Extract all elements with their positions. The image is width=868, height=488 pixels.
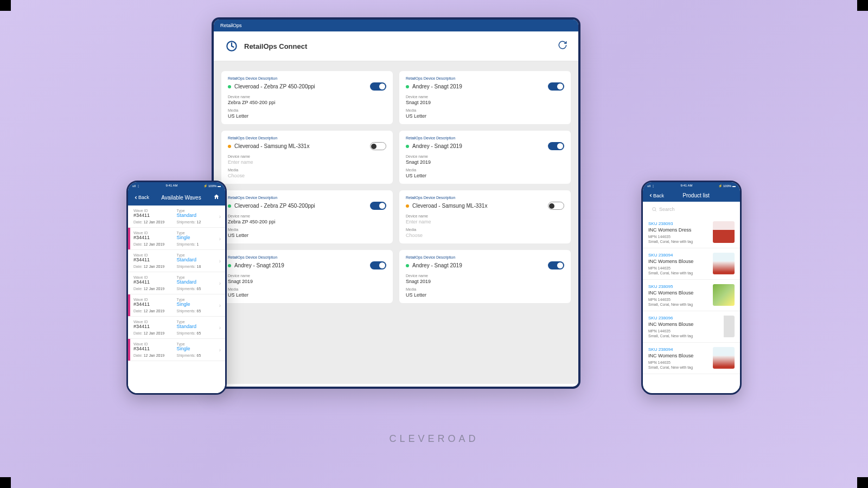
device-media-value: US Letter: [406, 173, 564, 178]
device-title: Andrey - Snagt 2019: [412, 143, 548, 149]
phone-products: ull ⋮ 9:41 AM ⚡ 100% ▬ Back Product list…: [641, 181, 742, 395]
field-label: Media: [228, 287, 386, 291]
device-title: Cleveroad - Zebra ZP 450-200ppi: [234, 203, 370, 209]
status-dot-icon: [406, 264, 409, 267]
card-label: RetailOps Device Description: [228, 136, 386, 140]
device-media-placeholder[interactable]: Choose: [228, 173, 386, 178]
wave-id-value: #34411: [133, 324, 177, 329]
wave-id-label: Wave ID: [133, 253, 177, 257]
device-title: Andrey - Snagt 2019: [234, 262, 370, 268]
product-meta: Small, Coral, New with tag: [648, 271, 710, 275]
wave-date-label: Date:: [133, 242, 143, 246]
device-toggle[interactable]: [548, 142, 564, 150]
product-item[interactable]: SKU 238093 INC Womens Dress MPN 144635 S…: [643, 217, 740, 248]
wave-date-label: Date:: [133, 265, 143, 268]
wave-item[interactable]: Wave ID #34411 Date: 12 Jan 2019 Type St…: [128, 250, 225, 272]
app-logo-icon: [225, 39, 239, 53]
card-label: RetailOps Device Description: [406, 76, 564, 80]
back-button[interactable]: Back: [648, 193, 664, 198]
wave-item[interactable]: Wave ID #34411 Date: 12 Jan 2019 Type Si…: [128, 339, 225, 361]
device-toggle[interactable]: [548, 82, 564, 91]
field-label: Device name: [228, 214, 386, 218]
wave-date-label: Date:: [133, 287, 143, 291]
device-card: RetailOps Device Description Cleveroad -…: [221, 71, 393, 124]
device-card: RetailOps Device Description Andrey - Sn…: [221, 250, 393, 303]
field-label: Media: [406, 168, 564, 172]
wave-accent-bar: [128, 228, 130, 249]
chevron-right-icon: ›: [219, 214, 221, 220]
status-dot-icon: [228, 204, 231, 208]
card-label: RetailOps Device Description: [228, 255, 386, 259]
wave-date-value: 12 Jan 2019: [144, 242, 165, 246]
product-sku: SKU 238096: [648, 316, 710, 320]
tablet-body: RetailOps Device Description Cleveroad -…: [214, 61, 578, 384]
chevron-right-icon: ›: [219, 347, 221, 353]
wave-item[interactable]: Wave ID #34411 Date: 12 Jan 2019 Type St…: [128, 206, 225, 228]
wave-item[interactable]: Wave ID #34411 Date: 12 Jan 2019 Type St…: [128, 317, 225, 339]
device-name-value: Snagt 2019: [228, 279, 386, 284]
wave-shipments-value: 65: [196, 354, 201, 357]
refresh-icon[interactable]: [558, 40, 567, 52]
wave-accent-bar: [128, 294, 130, 316]
product-mpn: MPN 144635: [648, 298, 710, 301]
product-mpn: MPN 144635: [648, 361, 710, 364]
wave-type-value: Single: [177, 235, 220, 240]
wave-item[interactable]: Wave ID #34411 Date: 12 Jan 2019 Type Si…: [128, 294, 225, 317]
product-item[interactable]: SKU 238094 INC Womens Blouse MPN 144635 …: [643, 343, 740, 374]
wave-type-label: Type: [177, 342, 220, 346]
home-icon[interactable]: [213, 192, 220, 202]
product-item[interactable]: SKU 238095 INC Womens Blouse MPN 144635 …: [643, 280, 740, 311]
search-input[interactable]: Search: [647, 205, 736, 214]
wave-shipments-label: Shipments:: [177, 354, 196, 357]
device-toggle[interactable]: [370, 142, 386, 150]
product-item[interactable]: SKU 238096 INC Womens Blouse MPN 144635 …: [643, 311, 740, 343]
wave-date-value: 12 Jan 2019: [144, 287, 165, 291]
back-button[interactable]: Back: [133, 195, 149, 200]
device-name-placeholder[interactable]: Enter name: [406, 219, 564, 224]
wave-date-label: Date:: [133, 331, 143, 335]
device-media-value: US Letter: [228, 292, 386, 298]
device-media-placeholder[interactable]: Choose: [406, 233, 564, 238]
device-toggle[interactable]: [370, 261, 386, 269]
wave-item[interactable]: Wave ID #34411 Date: 12 Jan 2019 Type St…: [128, 272, 225, 294]
product-meta: Small, Coral, New with tag: [648, 334, 710, 338]
wave-date-value: 12 Jan 2019: [144, 220, 165, 224]
wave-accent-bar: [128, 339, 130, 361]
product-thumbnail: [713, 253, 735, 274]
page-title: Product list: [664, 192, 728, 198]
card-label: RetailOps Device Description: [228, 76, 386, 80]
product-sku: SKU 238094: [648, 347, 710, 352]
device-card: RetailOps Device Description Andrey - Sn…: [399, 250, 571, 303]
chevron-right-icon: ›: [219, 325, 221, 331]
wave-type-value: Standard: [177, 279, 220, 285]
phone-header: Back Product list: [643, 189, 740, 202]
product-thumbnail: [713, 221, 735, 243]
product-name: INC Womens Blouse: [648, 259, 710, 264]
wave-id-label: Wave ID: [133, 320, 177, 324]
wave-shipments-value: 18: [196, 265, 201, 268]
device-toggle[interactable]: [370, 82, 386, 91]
device-toggle[interactable]: [548, 261, 564, 269]
device-name-value: Snagt 2019: [406, 279, 564, 284]
status-dot-icon: [228, 264, 231, 267]
wave-id-value: #34411: [133, 301, 177, 307]
field-label: Device name: [406, 274, 564, 278]
wave-type-label: Type: [177, 320, 220, 324]
product-sku: SKU 238094: [648, 253, 710, 258]
device-name-placeholder[interactable]: Enter name: [228, 159, 386, 165]
device-toggle[interactable]: [548, 202, 564, 210]
device-title: Cleveroad - Samsung ML-331x: [234, 143, 370, 149]
product-meta: Small, Coral, New with tag: [648, 303, 710, 306]
product-mpn: MPN 144635: [648, 266, 710, 270]
wave-item[interactable]: Wave ID #34411 Date: 12 Jan 2019 Type Si…: [128, 228, 225, 250]
product-item[interactable]: SKU 238094 INC Womens Blouse MPN 144635 …: [643, 248, 740, 280]
phone-header: Back Available Waves: [128, 189, 225, 206]
field-label: Device name: [406, 155, 564, 158]
device-name-value: Zebra ZP 450-200 ppi: [228, 219, 386, 224]
app-header: RetailOps Connect: [214, 31, 578, 61]
product-list: SKU 238093 INC Womens Dress MPN 144635 S…: [643, 217, 740, 395]
card-label: RetailOps Device Description: [406, 255, 564, 259]
device-toggle[interactable]: [370, 202, 386, 210]
waves-list: Wave ID #34411 Date: 12 Jan 2019 Type St…: [128, 206, 225, 395]
card-label: RetailOps Device Description: [228, 196, 386, 200]
